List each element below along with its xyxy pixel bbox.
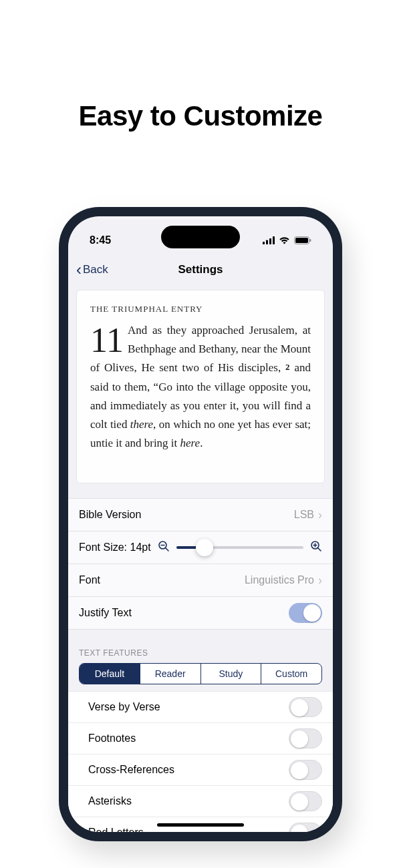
slider-thumb[interactable] bbox=[196, 539, 213, 556]
nav-title: Settings bbox=[178, 263, 223, 276]
fade-overlay bbox=[77, 463, 324, 483]
segment-custom[interactable]: Custom bbox=[261, 664, 321, 684]
display-settings: Bible Version LSB › Font Size: 14pt bbox=[68, 498, 333, 630]
verse-by-verse-toggle[interactable] bbox=[289, 697, 322, 717]
segment-reader[interactable]: Reader bbox=[140, 664, 201, 684]
features-segmented-control: Default Reader Study Custom bbox=[79, 663, 322, 684]
back-label: Back bbox=[83, 263, 108, 276]
navigation-bar: ‹ Back Settings bbox=[68, 255, 333, 284]
svg-rect-1 bbox=[266, 240, 268, 245]
phone-screen: 8:45 ‹ Back Settings THE TRIUMPHAL bbox=[68, 216, 333, 832]
cross-references-row: Cross-References bbox=[68, 754, 333, 786]
verse-by-verse-row: Verse by Verse bbox=[68, 692, 333, 723]
font-size-slider[interactable] bbox=[176, 546, 303, 549]
chapter-number: 11 bbox=[90, 321, 128, 357]
verse-by-verse-label: Verse by Verse bbox=[88, 701, 160, 713]
chevron-right-icon: › bbox=[318, 508, 322, 522]
font-value: Linguistics Pro bbox=[245, 574, 314, 586]
svg-rect-2 bbox=[269, 238, 271, 244]
svg-line-8 bbox=[165, 548, 168, 552]
justify-label: Justify Text bbox=[79, 607, 132, 619]
text-preview: THE TRIUMPHAL ENTRY 11And as they approa… bbox=[76, 290, 325, 483]
red-letters-toggle[interactable] bbox=[289, 823, 322, 832]
chevron-right-icon: › bbox=[318, 574, 322, 588]
asterisks-label: Asterisks bbox=[88, 795, 132, 807]
footnotes-label: Footnotes bbox=[88, 732, 136, 744]
font-size-row: Font Size: 14pt bbox=[68, 531, 333, 564]
passage-body: 11And as they approached Jerusalem, at B… bbox=[90, 321, 311, 453]
feature-list: Verse by Verse Footnotes Cross-Reference… bbox=[68, 691, 333, 832]
justify-toggle[interactable] bbox=[289, 603, 322, 623]
bible-version-row[interactable]: Bible Version LSB › bbox=[68, 499, 333, 531]
bible-version-value: LSB bbox=[294, 509, 314, 521]
svg-rect-3 bbox=[273, 236, 275, 244]
dynamic-island bbox=[161, 226, 240, 248]
font-label: Font bbox=[79, 574, 100, 586]
status-time: 8:45 bbox=[90, 234, 111, 246]
footnotes-toggle[interactable] bbox=[289, 728, 322, 748]
bible-version-label: Bible Version bbox=[79, 509, 141, 521]
home-indicator[interactable] bbox=[157, 823, 244, 827]
zoom-in-icon[interactable] bbox=[310, 540, 322, 555]
zoom-out-icon[interactable] bbox=[158, 540, 170, 555]
svg-rect-0 bbox=[263, 242, 265, 244]
back-button[interactable]: ‹ Back bbox=[76, 262, 108, 278]
chevron-left-icon: ‹ bbox=[76, 262, 82, 278]
svg-rect-5 bbox=[295, 238, 308, 243]
segment-default[interactable]: Default bbox=[80, 664, 140, 684]
passage-heading: THE TRIUMPHAL ENTRY bbox=[90, 304, 311, 314]
justify-text-row: Justify Text bbox=[68, 597, 333, 630]
font-row[interactable]: Font Linguistics Pro › bbox=[68, 564, 333, 597]
cross-references-toggle[interactable] bbox=[289, 760, 322, 780]
segment-study[interactable]: Study bbox=[201, 664, 262, 684]
font-size-label: Font Size: 14pt bbox=[79, 541, 151, 554]
svg-line-11 bbox=[318, 548, 321, 552]
red-letters-label: Red Letters bbox=[88, 827, 144, 832]
phone-frame: 8:45 ‹ Back Settings THE TRIUMPHAL bbox=[59, 207, 342, 841]
battery-icon bbox=[294, 236, 311, 244]
asterisks-row: Asterisks bbox=[68, 786, 333, 817]
wifi-icon bbox=[279, 236, 290, 244]
cellular-icon bbox=[263, 236, 275, 244]
svg-rect-6 bbox=[310, 239, 311, 242]
page-headline: Easy to Customize bbox=[0, 100, 401, 132]
cross-references-label: Cross-References bbox=[88, 764, 174, 776]
text-features-header: TEXT FEATURES bbox=[68, 630, 333, 663]
asterisks-toggle[interactable] bbox=[289, 791, 322, 811]
footnotes-row: Footnotes bbox=[68, 723, 333, 754]
